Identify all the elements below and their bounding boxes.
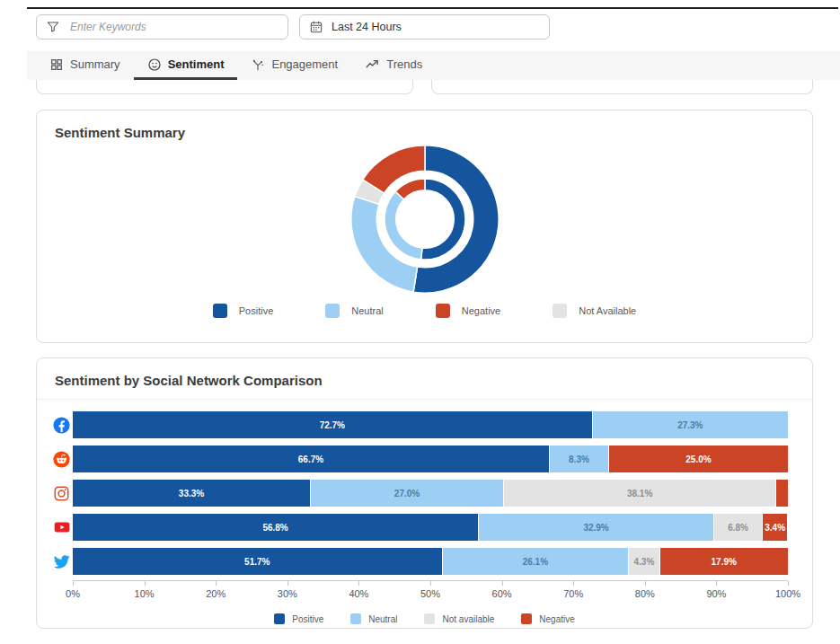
legend-swatch [521,613,532,624]
reddit-icon [53,451,73,468]
axis-tick [145,581,146,586]
topbar: Last 24 Hours [36,14,550,40]
axis-tick [645,581,646,586]
axis-tick-label: 70% [563,588,583,599]
legend-swatch [424,613,435,624]
axis-tick [430,581,431,586]
top-divider [27,7,838,9]
tab-label: Sentiment [168,57,225,71]
legend-item-negative[interactable]: Negative [521,613,574,624]
axis-tick [216,581,217,586]
keyword-input[interactable] [68,20,279,34]
donut-segment-inner-positive[interactable] [420,179,464,260]
legend-label: Positive [292,614,323,624]
legend-item-not_available[interactable]: Not Available [553,304,636,318]
axis-tick [73,581,74,586]
bar-segment-not_available[interactable]: 38.1% [504,480,776,507]
axis-tick-label: 80% [635,588,655,599]
bar-segment-neutral[interactable]: 26.1% [443,548,630,575]
card-title-divider [37,399,812,400]
bar-segment-positive[interactable]: 72.7% [73,411,593,438]
axis-tick-label: 0% [66,588,80,599]
stacked-bar-instagram: 33.3%27.0%38.1% [73,480,788,507]
legend-swatch [213,304,227,318]
axis-tick [573,581,574,586]
tab-engagement[interactable]: Engagement [237,51,351,80]
engagement-icon [251,57,265,72]
stacked-bar-youtube: 56.8%32.9%6.8%3.4% [73,514,788,541]
tab-label: Trends [386,57,422,71]
legend-item-neutral[interactable]: Neutral [350,613,397,624]
bar-segment-neutral[interactable]: 27.0% [311,480,504,507]
legend-item-positive[interactable]: Positive [213,304,274,318]
axis-tick [716,581,717,586]
bar-segment-neutral[interactable]: 8.3% [550,446,609,472]
axis-tick [502,581,503,586]
stacked-bar-reddit: 66.7%8.3%25.0% [73,446,788,472]
bar-segment-negative[interactable]: 17.9% [660,548,788,575]
instagram-icon [53,485,73,502]
calendar-icon [309,20,323,34]
legend-swatch [274,613,285,624]
bar-segment-neutral[interactable]: 27.3% [593,411,788,438]
legend-item-negative[interactable]: Negative [436,304,500,318]
grid-icon [49,57,64,72]
smiley-icon [147,57,162,72]
youtube-icon [53,518,73,536]
bar-segment-negative[interactable]: 3.4% [763,514,787,541]
tab-summary[interactable]: Summary [36,51,134,80]
axis-tick [358,581,359,586]
bar-segment-not_available[interactable]: 4.3% [629,548,659,575]
axis-tick-label: 60% [492,588,512,599]
network-row-twitter: 51.7%26.1%4.3%17.9% [53,544,788,578]
tab-trends[interactable]: Trends [351,51,436,80]
axis-tick-label: 20% [206,588,225,599]
keyword-filter-field[interactable] [36,14,288,40]
legend-item-positive[interactable]: Positive [274,613,323,624]
legend-swatch [553,304,567,318]
tab-sentiment[interactable]: Sentiment [134,51,238,80]
axis-tick-label: 90% [706,588,726,599]
stacked-bar-twitter: 51.7%26.1%4.3%17.9% [73,548,788,575]
filter-icon [46,20,60,34]
legend-label: Negative [539,614,574,624]
legend-item-not_available[interactable]: Not available [424,613,494,624]
legend-label: Positive [239,305,274,316]
tab-label: Summary [70,57,120,71]
stacked-bar-facebook: 72.7%27.3% [73,411,788,438]
legend-label: Not available [442,614,494,624]
sentiment-summary-title: Sentiment Summary [37,110,812,140]
axis-tick [287,581,288,586]
date-range-selector[interactable]: Last 24 Hours [299,14,550,40]
legend-item-neutral[interactable]: Neutral [325,304,383,318]
donut-segment-inner-neutral[interactable] [385,191,422,260]
partial-card-left [36,80,413,94]
bar-segment-negative[interactable] [776,480,788,507]
partial-card-right [431,80,813,94]
tab-label: Engagement [271,57,338,71]
axis-tick-label: 40% [349,588,368,599]
legend-label: Negative [462,305,500,316]
sentiment-donut-wrap [37,140,812,298]
legend-swatch [436,304,450,318]
sentiment-summary-card: Sentiment Summary PositiveNeutralNegativ… [36,110,813,343]
network-bars-chart: 72.7%27.3%66.7%8.3%25.0%33.3%27.0%38.1%5… [53,408,788,578]
donut-segment-inner-negative[interactable] [395,179,425,199]
sentiment-summary-legend: PositiveNeutralNegativeNot Available [37,304,812,318]
bar-segment-not_available[interactable]: 6.8% [714,514,763,541]
bar-segment-positive[interactable]: 33.3% [73,480,311,507]
bar-segment-positive[interactable]: 66.7% [73,446,550,472]
date-range-value: Last 24 Hours [332,21,402,33]
bar-segment-positive[interactable]: 51.7% [73,548,443,575]
previous-cards-row [36,80,813,94]
facebook-icon [53,417,73,434]
bar-segment-negative[interactable]: 25.0% [609,446,788,472]
tab-bar: SummarySentimentEngagementTrends [27,51,840,80]
network-row-instagram: 33.3%27.0%38.1% [53,476,788,510]
bar-segment-positive[interactable]: 56.8% [73,514,479,541]
dashboard-page: Last 24 Hours SummarySentimentEngagement… [0,0,840,644]
trends-icon [365,57,380,72]
axis-tick [788,581,789,586]
bar-segment-neutral[interactable]: 32.9% [479,514,714,541]
network-comparison-title: Sentiment by Social Network Comparison [37,358,812,388]
